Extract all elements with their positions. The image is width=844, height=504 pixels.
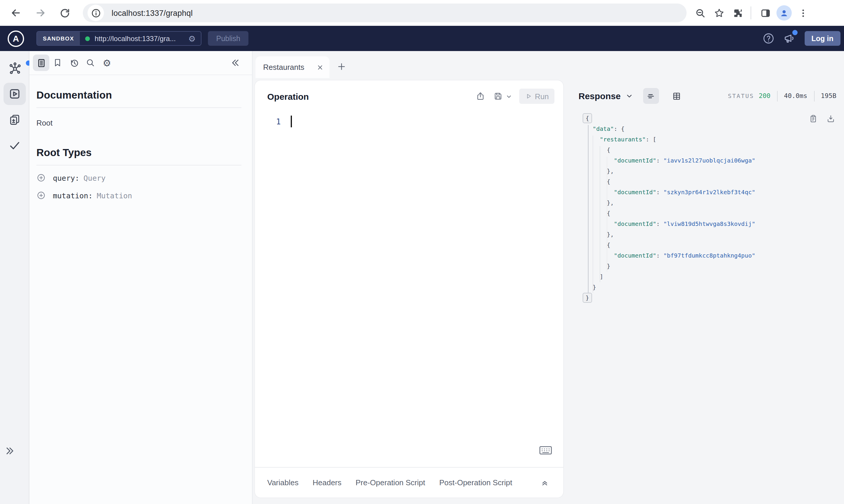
status-label: STATUS <box>728 93 754 99</box>
keyboard-shortcuts-icon[interactable] <box>539 445 552 455</box>
main-area: Restaurants Operation <box>253 51 844 504</box>
bookmark-star-icon[interactable] <box>710 4 728 22</box>
docs-title: Documentation <box>36 89 241 102</box>
browser-forward-icon[interactable] <box>32 4 49 22</box>
announcement-notification-dot <box>792 30 797 35</box>
browser-chrome: localhost:1337/graphql <box>0 0 844 26</box>
browser-menu-icon[interactable] <box>794 4 812 22</box>
publish-button[interactable]: Publish <box>208 31 248 46</box>
divider <box>814 91 814 101</box>
rail-checks-icon[interactable] <box>3 134 26 157</box>
settings-tab-icon[interactable]: ⚙ <box>99 55 115 71</box>
side-panel-icon[interactable] <box>757 4 774 22</box>
search-tab-icon[interactable] <box>82 55 99 71</box>
add-query-icon[interactable] <box>36 173 46 182</box>
login-button[interactable]: Log in <box>804 31 841 46</box>
left-rail <box>0 51 29 504</box>
expand-rail-icon[interactable] <box>5 446 15 456</box>
response-json: { "data": { "restaurants": [ { "document… <box>586 113 832 303</box>
collapse-panel-icon[interactable] <box>227 55 244 71</box>
response-panel: Response STATUS 200 40.0ms <box>563 80 844 498</box>
share-operation-icon[interactable] <box>476 92 485 101</box>
line-number: 1 <box>255 118 281 126</box>
response-table-view-icon[interactable] <box>669 88 685 104</box>
response-body[interactable]: { "data": { "restaurants": [ { "document… <box>586 113 832 303</box>
root-type-query-row[interactable]: query: Query <box>36 173 241 183</box>
new-tab-icon[interactable] <box>337 61 346 72</box>
site-info-icon[interactable] <box>87 5 104 21</box>
mutation-type-link[interactable]: Mutation <box>97 191 132 200</box>
connection-status-dot <box>85 36 90 41</box>
run-label: Run <box>535 92 549 101</box>
browser-back-icon[interactable] <box>7 4 25 22</box>
extensions-icon[interactable] <box>729 4 746 22</box>
root-types-title: Root Types <box>36 147 241 159</box>
tab-restaurants[interactable]: Restaurants <box>256 56 329 78</box>
text-cursor <box>291 115 292 127</box>
profile-avatar[interactable] <box>775 4 793 22</box>
add-mutation-icon[interactable] <box>36 191 46 200</box>
avatar <box>776 5 792 20</box>
response-duration: 40.0ms <box>784 92 808 100</box>
response-dropdown-chevron-icon[interactable] <box>625 92 633 100</box>
tab-post-operation-script[interactable]: Post-Operation Script <box>439 478 513 487</box>
announcements-icon[interactable] <box>783 32 795 44</box>
apollo-sandbox-window: localhost:1337/graphql <box>0 0 844 504</box>
docs-toolbar: ⚙ <box>29 51 252 75</box>
browser-toolbar-right <box>690 4 812 22</box>
documentation-panel: ⚙ Documentation Root Root Types query: Q… <box>29 51 253 504</box>
endpoint-url-text[interactable]: http://localhost:1337/gra... <box>94 34 185 42</box>
apollo-header: A SANDBOX http://localhost:1337/gra... ⚙… <box>0 26 844 51</box>
operation-title: Operation <box>267 91 467 101</box>
endpoint-settings-gear-icon[interactable]: ⚙ <box>188 34 195 42</box>
tab-label[interactable]: Restaurants <box>263 63 316 72</box>
save-operation-icon[interactable] <box>493 92 503 101</box>
apollo-logo: A <box>7 30 24 47</box>
root-type-mutation-row[interactable]: mutation: Mutation <box>36 190 241 201</box>
tab-pre-operation-script[interactable]: Pre-Operation Script <box>356 478 425 487</box>
browser-reload-icon[interactable] <box>56 4 73 22</box>
response-header: Response STATUS 200 40.0ms <box>563 80 844 104</box>
address-bar[interactable]: localhost:1337/graphql <box>83 3 687 22</box>
operation-header: Operation Run <box>255 80 563 104</box>
bookmarks-tab-icon[interactable] <box>49 55 66 71</box>
docs-body: Documentation Root Root Types query: Que… <box>29 89 252 201</box>
rail-changesets-icon[interactable] <box>3 109 26 131</box>
zoom-out-icon[interactable] <box>691 4 709 22</box>
help-icon[interactable] <box>762 32 774 44</box>
endpoint-input[interactable]: http://localhost:1337/gra... ⚙ <box>80 32 201 45</box>
tab-headers[interactable]: Headers <box>312 478 341 487</box>
divider <box>777 91 778 101</box>
url-text[interactable]: localhost:1337/graphql <box>111 8 193 17</box>
toolbar-divider <box>751 6 751 19</box>
mutation-field-name[interactable]: mutation: <box>53 191 92 200</box>
save-dropdown-chevron-icon[interactable] <box>506 93 512 100</box>
sandbox-badge: SANDBOX <box>37 32 80 45</box>
tab-variables[interactable]: Variables <box>267 478 298 487</box>
divider <box>36 107 241 108</box>
rail-schema-icon[interactable] <box>3 57 26 79</box>
run-button[interactable]: Run <box>519 89 554 104</box>
docs-root-link[interactable]: Root <box>36 119 241 127</box>
rail-explorer-icon[interactable] <box>3 83 26 105</box>
close-tab-icon[interactable] <box>316 64 324 71</box>
response-raw-view-icon[interactable] <box>643 88 659 104</box>
workspace: ⚙ Documentation Root Root Types query: Q… <box>0 51 844 504</box>
history-tab-icon[interactable] <box>66 55 82 71</box>
response-title: Response <box>579 91 621 101</box>
query-type-link[interactable]: Query <box>83 174 105 182</box>
collapse-footer-icon[interactable] <box>540 478 549 487</box>
endpoint-control: SANDBOX http://localhost:1337/gra... ⚙ <box>36 31 202 46</box>
divider <box>36 165 241 165</box>
status-code: 200 <box>759 92 771 100</box>
response-size: 195B <box>821 92 837 100</box>
operation-footer: Variables Headers Pre-Operation Script P… <box>255 467 563 498</box>
query-field-name[interactable]: query: <box>53 174 79 182</box>
operation-panel: Operation Run 1 <box>255 80 563 498</box>
documentation-tab-icon[interactable] <box>33 55 49 71</box>
